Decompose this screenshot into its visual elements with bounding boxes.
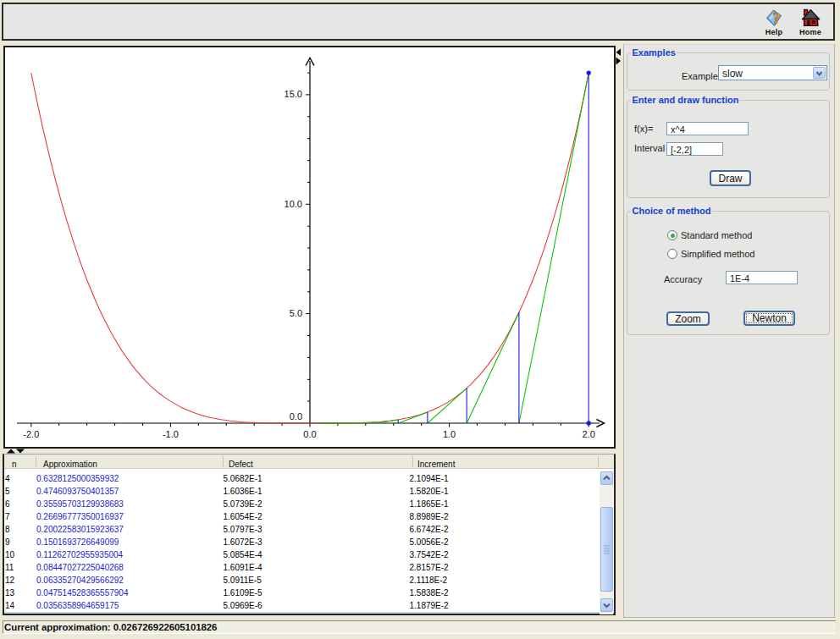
- svg-text:0.0: 0.0: [303, 429, 316, 439]
- svg-text:0.0: 0.0: [290, 411, 302, 421]
- svg-text:-2.0: -2.0: [23, 429, 39, 439]
- svg-text:2.0: 2.0: [583, 429, 595, 439]
- svg-text:10.0: 10.0: [285, 199, 302, 209]
- svg-text:1.0: 1.0: [443, 429, 456, 439]
- svg-text:?: ?: [773, 10, 781, 27]
- svg-text:5.0: 5.0: [290, 308, 302, 318]
- svg-text:15.0: 15.0: [285, 89, 302, 99]
- svg-text:-1.0: -1.0: [163, 429, 179, 439]
